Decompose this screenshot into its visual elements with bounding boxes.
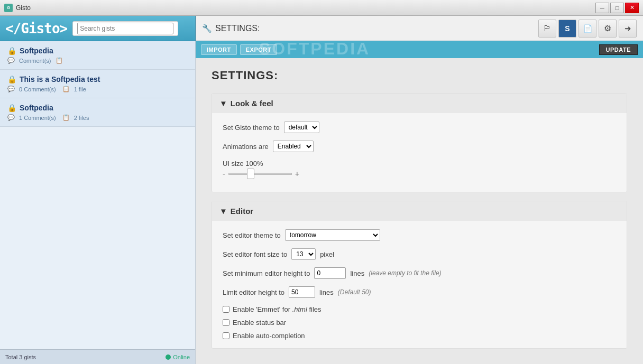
min-height-row: Set minimum editor height to lines (leav…: [223, 267, 616, 279]
limit-height-label: Limit editor height to: [223, 288, 284, 296]
title-bar: G Gisto ─ □ ✕: [0, 0, 643, 16]
app-icon: G: [4, 4, 13, 12]
animations-select[interactable]: Enabled Disabled: [273, 141, 314, 152]
import-export-buttons: IMPORT EXPORT: [201, 44, 277, 55]
app-header-row: </Gisto> 🔧 SETTINGS: 🏳 S 📄 ⚙ ➜: [0, 16, 643, 41]
title-bar-controls: ─ □ ✕: [595, 3, 639, 13]
theme-row: Set Gisto theme to default dark light: [223, 122, 616, 133]
lock-icon: 🔒: [7, 46, 16, 55]
limit-height-input[interactable]: [289, 286, 315, 298]
look-and-feel-section: ▼ Look & feel Set Gisto theme to default…: [212, 93, 627, 192]
online-label: Online: [173, 354, 190, 360]
gist-title: 🔒 Softpedia: [7, 104, 188, 112]
status-bar-label: Enable status bar: [233, 319, 286, 326]
page-title: SETTINGS:: [212, 69, 627, 82]
font-size-row: Set editor font size to 10 11 12 13 14 1…: [223, 248, 616, 260]
search-input[interactable]: [77, 23, 173, 34]
gist-title: 🔒 This is a Softpedia test: [7, 75, 188, 83]
online-indicator: Online: [166, 354, 190, 360]
gist-item[interactable]: 🔒 This is a Softpedia test 💬 0 Comment(s…: [0, 70, 195, 98]
settings-title: SETTINGS:: [215, 24, 260, 33]
slider-plus[interactable]: +: [295, 170, 299, 178]
collapse-icon: ▼: [219, 99, 227, 108]
gist-meta: 💬 0 Comment(s) 📋 1 file: [7, 86, 188, 92]
gist-item[interactable]: 🔒 Softpedia 💬 Comment(s) 📋: [0, 41, 195, 70]
emmet-label: Enable 'Emmet' for .html files: [233, 305, 322, 313]
collapse-icon: ▼: [219, 207, 227, 216]
gist-meta: 💬 Comment(s) 📋: [7, 57, 188, 64]
lock-icon: 🔒: [7, 75, 16, 83]
sidebar-header: </Gisto>: [0, 16, 196, 41]
app-layout: </Gisto> 🔧 SETTINGS: 🏳 S 📄 ⚙ ➜: [0, 16, 643, 364]
update-button[interactable]: UPDATE: [599, 44, 638, 55]
user-button[interactable]: S: [558, 20, 576, 38]
slider-minus[interactable]: -: [223, 170, 225, 178]
auto-complete-label: Enable auto-completion: [233, 332, 305, 340]
editor-theme-label: Set editor theme to: [223, 231, 281, 239]
editor-header[interactable]: ▼ Editor: [212, 201, 627, 221]
gist-title: 🔒 Softpedia: [7, 46, 188, 55]
min-height-label: Set minimum editor height to: [223, 269, 310, 277]
theme-label: Set Gisto theme to: [223, 124, 280, 132]
flag-button[interactable]: 🏳: [538, 20, 556, 38]
new-file-button[interactable]: 📄: [578, 20, 596, 38]
editor-section-title: Editor: [231, 207, 253, 216]
sidebar-list: 🔒 Softpedia 💬 Comment(s) 📋 🔒 This is a S…: [0, 41, 195, 349]
emmet-row: Enable 'Emmet' for .html files: [223, 305, 616, 313]
sidebar-footer: Total 3 gists Online: [0, 349, 195, 364]
editor-theme-select[interactable]: tomorrow monokai solarized default: [285, 229, 380, 241]
header-buttons: 🏳 S 📄 ⚙ ➜: [538, 20, 637, 38]
status-bar-checkbox[interactable]: [223, 319, 229, 326]
title-bar-left: G Gisto: [4, 4, 31, 12]
auto-complete-checkbox[interactable]: [223, 332, 229, 339]
emmet-checkbox[interactable]: [223, 306, 229, 313]
min-height-input[interactable]: [314, 267, 346, 279]
look-and-feel-header[interactable]: ▼ Look & feel: [212, 94, 627, 113]
title-bar-title: Gisto: [16, 4, 31, 12]
online-dot: [166, 354, 171, 360]
animations-row: Animations are Enabled Disabled: [223, 141, 616, 152]
ui-size-label: UI size 100%: [223, 160, 616, 167]
comment-icon: 💬: [7, 57, 15, 64]
look-and-feel-body: Set Gisto theme to default dark light An…: [212, 113, 627, 192]
logo: </Gisto>: [5, 21, 67, 36]
limit-height-unit: lines: [319, 288, 334, 296]
search-wrapper: [72, 21, 178, 36]
right-header: 🔧 SETTINGS: 🏳 S 📄 ⚙ ➜: [196, 16, 643, 41]
ui-size-row: UI size 100% - +: [223, 160, 616, 178]
wrench-icon: 🔧: [202, 24, 212, 33]
gist-meta: 💬 1 Comment(s) 📋 2 files: [7, 114, 188, 121]
theme-select[interactable]: default dark light: [284, 122, 319, 133]
comment-icon: 💬: [7, 114, 15, 121]
limit-height-row: Limit editor height to lines (Default 50…: [223, 286, 616, 298]
min-height-hint: (leave empty to fit the file): [369, 269, 441, 277]
font-size-select[interactable]: 10 11 12 13 14 16 18: [291, 248, 316, 260]
auto-complete-row: Enable auto-completion: [223, 332, 616, 340]
close-button[interactable]: ✕: [625, 3, 639, 13]
font-size-label: Set editor font size to: [223, 250, 287, 258]
main-content: 🔒 Softpedia 💬 Comment(s) 📋 🔒 This is a S…: [0, 41, 643, 364]
editor-section: ▼ Editor Set editor theme to tomorrow mo…: [212, 201, 627, 349]
lock-icon: 🔒: [7, 104, 16, 112]
section-title: Look & feel: [231, 99, 273, 108]
min-height-unit: lines: [350, 269, 364, 277]
file-icon: 📋: [62, 114, 70, 121]
export-button[interactable]: EXPORT: [240, 44, 277, 55]
import-button[interactable]: IMPORT: [201, 44, 237, 55]
slider-controls: - +: [223, 170, 616, 178]
editor-body: Set editor theme to tomorrow monokai sol…: [212, 221, 627, 348]
settings-title-wrapper: 🔧 SETTINGS:: [202, 24, 260, 33]
file-icon: 📋: [62, 86, 70, 92]
logout-button[interactable]: ➜: [619, 20, 637, 38]
status-bar-row: Enable status bar: [223, 319, 616, 326]
limit-height-hint: (Default 50): [338, 288, 371, 296]
sidebar: 🔒 Softpedia 💬 Comment(s) 📋 🔒 This is a S…: [0, 41, 196, 364]
total-gists-label: Total 3 gists: [5, 354, 36, 360]
right-panel: IMPORT EXPORT SOFTPEDIA UPDATE SETTINGS:…: [196, 41, 643, 364]
minimize-button[interactable]: ─: [595, 3, 609, 13]
emmet-html: .html: [292, 305, 307, 313]
settings-gear-button[interactable]: ⚙: [599, 20, 617, 38]
maximize-button[interactable]: □: [610, 3, 624, 13]
gist-item[interactable]: 🔒 Softpedia 💬 1 Comment(s) 📋 2 files: [0, 98, 195, 127]
ui-size-slider[interactable]: [228, 173, 292, 175]
